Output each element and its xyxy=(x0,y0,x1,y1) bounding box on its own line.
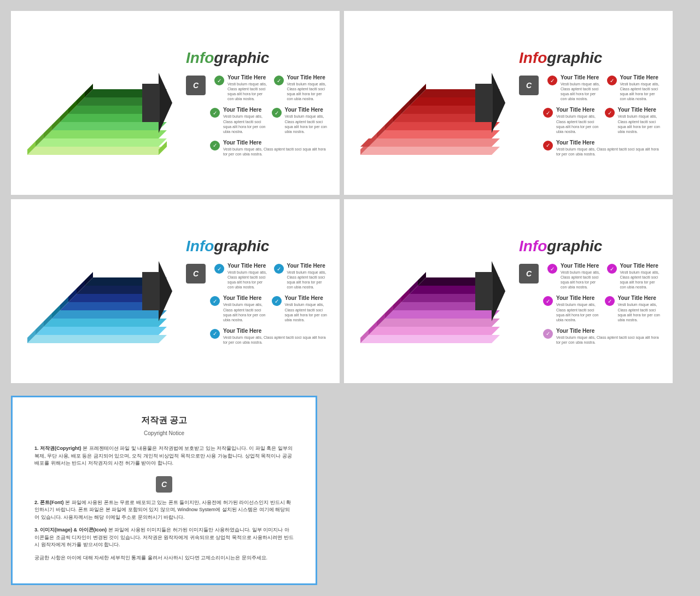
item-3-blue: ✓ Your Title Here Vesti bulum risque ati… xyxy=(210,295,267,322)
check-icon-p3: ✓ xyxy=(543,296,553,306)
check-icon-r4: ✓ xyxy=(605,108,615,118)
stair-svg-red xyxy=(355,37,508,169)
svg-marker-38 xyxy=(27,335,167,343)
logo-badge-purple: C xyxy=(519,264,539,283)
stair-blue xyxy=(22,225,175,357)
check-icon-b1: ✓ xyxy=(214,264,224,274)
item-text-4: Your Title Here Vesti bulum risque atis,… xyxy=(285,107,329,134)
check-icon-3: ✓ xyxy=(210,108,220,118)
slide-title-purple: Infographic xyxy=(519,238,662,255)
check-icon-b3: ✓ xyxy=(210,296,220,306)
top-item-row: C ✓ Your Title Here Vesti bulum risque a… xyxy=(186,74,329,101)
item-text-b1: Your Title Here Vesti bulum risque atis,… xyxy=(228,263,270,290)
copyright-label-3: 3. 이미지(Image) & 아이콘(Icon) xyxy=(34,527,107,533)
top-item-row-purple: C ✓ Your Title Here Vesti bulum risque a… xyxy=(519,263,662,290)
item-1-blue: ✓ Your Title Here Vesti bulum risque ati… xyxy=(214,263,270,290)
stair-svg-purple xyxy=(355,225,508,357)
copyright-logo: C xyxy=(34,473,294,496)
item-3-red: ✓ Your Title Here Vesti bulum risque ati… xyxy=(543,107,600,134)
svg-marker-44 xyxy=(52,310,167,319)
mid-item-row-green: ✓ Your Title Here Vesti bulum risque ati… xyxy=(210,107,329,134)
check-icon-2: ✓ xyxy=(274,76,284,85)
item-2-red: ✓ Your Title Here Vesti bulum risque ati… xyxy=(607,74,662,101)
svg-marker-7 xyxy=(52,122,167,130)
svg-marker-17 xyxy=(159,73,172,133)
slide-purple: Infographic C ✓ Your Title Here Vesti bu… xyxy=(344,199,673,383)
check-icon-5: ✓ xyxy=(210,141,220,151)
item-5-red: ✓ Your Title Here Vesti bulum risque ati… xyxy=(543,140,662,157)
item-5-purple: ✓ Your Title Here Vesti bulum risque ati… xyxy=(543,328,662,345)
svg-marker-60 xyxy=(377,319,500,327)
stair-purple xyxy=(355,225,508,357)
stair-red xyxy=(355,37,508,169)
content-red: Infographic C ✓ Your Title Here Vesti bu… xyxy=(508,49,662,157)
svg-marker-54 xyxy=(159,261,172,321)
svg-rect-18 xyxy=(142,84,160,122)
item-text-5: Your Title Here Vesti bulum risque atis,… xyxy=(223,140,329,157)
svg-marker-19 xyxy=(360,147,500,155)
item-text-r2: Your Title Here Vesti bulum risque atis,… xyxy=(620,74,662,101)
svg-rect-37 xyxy=(475,84,493,122)
check-icon-b5: ✓ xyxy=(210,329,220,339)
copyright-section-1: 1. 저작권(Copyright) 본 프레젠테이션 파일 및 내용물은 저작권… xyxy=(34,445,294,467)
item-2-green: ✓ Your Title Here Vesti bulum risque ati… xyxy=(274,74,329,101)
item-4-green: ✓ Your Title Here Vesti bulum risque ati… xyxy=(272,107,329,134)
content-purple: Infographic C ✓ Your Title Here Vesti bu… xyxy=(508,238,662,345)
title-graphic-red: graphic xyxy=(547,49,602,66)
title-info-purple: Info xyxy=(519,238,547,254)
copyright-section-2: 2. 폰트(Font) 본 파일에 사용된 폰트는 무료로 배포되고 있는 폰트… xyxy=(34,499,294,522)
item-text-r3: Your Title Here Vesti bulum risque atis,… xyxy=(556,107,600,134)
stair-svg-blue xyxy=(22,225,175,357)
check-icon-r3: ✓ xyxy=(543,108,553,118)
copyright-subtitle: Copyright Notice xyxy=(34,429,294,437)
bot-item-row-red: ✓ Your Title Here Vesti bulum risque ati… xyxy=(543,140,662,157)
title-info-blue: Info xyxy=(186,238,214,254)
slide-blue: Infographic C ✓ Your Title Here Vesti bu… xyxy=(11,199,340,383)
check-icon-r5: ✓ xyxy=(543,141,553,151)
item-text-p3: Your Title Here Vesti bulum risque atis,… xyxy=(556,295,600,322)
slide-title-red: Infographic xyxy=(519,49,662,67)
copyright-text-2: 본 파일에 사용된 폰트는 무료로 배포되고 있는 폰트 들이지만, 사용전에 … xyxy=(34,500,291,520)
check-icon-p2: ✓ xyxy=(607,264,617,274)
svg-marker-62 xyxy=(385,310,500,319)
check-icon-1: ✓ xyxy=(214,76,224,85)
check-icon-b2: ✓ xyxy=(274,264,284,274)
item-1-purple: ✓ Your Title Here Vesti bulum risque ati… xyxy=(547,263,603,290)
item-4-blue: ✓ Your Title Here Vesti bulum risque ati… xyxy=(272,295,329,322)
bot-item-row-blue: ✓ Your Title Here Vesti bulum risque ati… xyxy=(210,328,329,345)
check-icon-b4: ✓ xyxy=(272,296,282,306)
content-blue: Infographic C ✓ Your Title Here Vesti bu… xyxy=(175,238,329,345)
slide-title-green: Infographic xyxy=(186,49,329,67)
bot-item-row-purple: ✓ Your Title Here Vesti bulum risque ati… xyxy=(543,328,662,345)
item-text-r4: Your Title Here Vesti bulum risque atis,… xyxy=(618,107,662,134)
item-3-purple: ✓ Your Title Here Vesti bulum risque ati… xyxy=(543,295,600,322)
title-info-green: Info xyxy=(186,49,214,66)
item-text-p1: Your Title Here Vesti bulum risque atis,… xyxy=(561,263,603,290)
check-icon-p5: ✓ xyxy=(543,329,553,339)
svg-marker-56 xyxy=(360,335,500,343)
bot-item-row-green: ✓ Your Title Here Vesti bulum risque ati… xyxy=(210,140,329,157)
svg-marker-58 xyxy=(369,327,500,335)
item-text-p4: Your Title Here Vesti bulum risque atis,… xyxy=(618,295,662,322)
item-text-1: Your Title Here Vesti bulum risque atis,… xyxy=(228,74,270,101)
item-text-r5: Your Title Here Vesti bulum risque atis,… xyxy=(556,140,662,157)
slide-title-blue: Infographic xyxy=(186,238,329,255)
check-icon-p1: ✓ xyxy=(547,264,557,274)
copyright-label-1: 1. 저작권(Copyright) xyxy=(34,445,81,451)
top-item-row-blue: C ✓ Your Title Here Vesti bulum risque a… xyxy=(186,263,329,290)
item-5-green: ✓ Your Title Here Vesti bulum risque ati… xyxy=(210,140,329,157)
svg-marker-72 xyxy=(492,261,505,321)
svg-marker-0 xyxy=(27,147,167,155)
top-item-row-red: C ✓ Your Title Here Vesti bulum risque a… xyxy=(519,74,662,101)
item-text-2: Your Title Here Vesti bulum risque atis,… xyxy=(287,74,329,101)
item-text-p2: Your Title Here Vesti bulum risque atis,… xyxy=(620,263,662,290)
copyright-section-3: 3. 이미지(Image) & 아이콘(Icon) 본 파일에 사용된 이미지들… xyxy=(34,526,294,549)
copyright-title: 저작권 공고 xyxy=(34,414,294,427)
item-5-blue: ✓ Your Title Here Vesti bulum risque ati… xyxy=(210,328,329,345)
slide-red: Infographic C ✓ Your Title Here Vesti bu… xyxy=(344,11,673,195)
svg-marker-3 xyxy=(36,138,167,147)
title-graphic-blue: graphic xyxy=(214,238,269,254)
svg-rect-73 xyxy=(475,272,493,310)
logo-badge-green: C xyxy=(186,76,206,95)
item-text-3: Your Title Here Vesti bulum risque atis,… xyxy=(223,107,267,134)
